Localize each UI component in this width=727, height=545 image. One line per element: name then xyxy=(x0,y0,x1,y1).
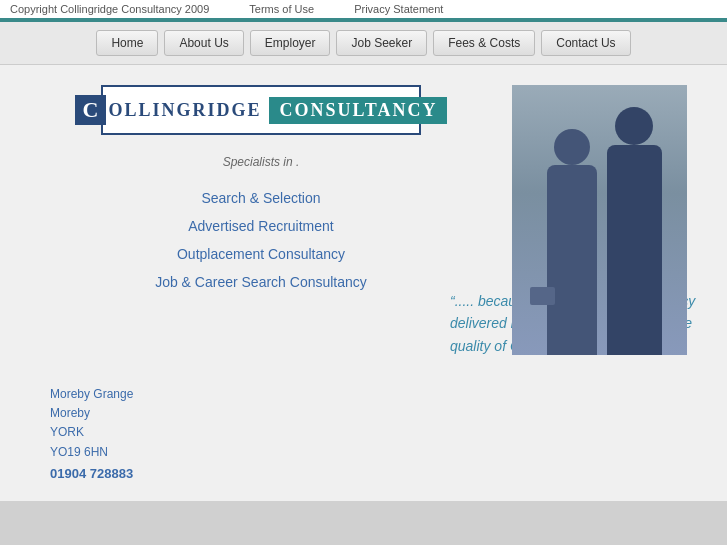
nav-job-seeker[interactable]: Job Seeker xyxy=(336,30,427,56)
service-advertised-recruitment[interactable]: Advertised Recruitment xyxy=(188,218,334,234)
terms-link[interactable]: Terms of Use xyxy=(249,3,314,15)
nav-home[interactable]: Home xyxy=(96,30,158,56)
company-logo: C OLLINGRIDGE CONSULTANCY xyxy=(101,85,421,135)
logo-consultancy-text: CONSULTANCY xyxy=(269,97,447,124)
logo-collingridge-text: OLLINGRIDGE xyxy=(108,100,261,121)
address-line1: Moreby xyxy=(50,404,230,423)
address-phone: 01904 728883 xyxy=(50,466,230,481)
service-job-career[interactable]: Job & Career Search Consultancy xyxy=(155,274,367,290)
top-legal-bar: Copyright Collingridge Consultancy 2009 … xyxy=(0,0,727,18)
logo-c-letter: C xyxy=(75,95,107,125)
address-postcode: YO19 6HN xyxy=(50,443,230,462)
bottom-content-area: Moreby Grange Moreby YORK YO19 6HN 01904… xyxy=(0,365,727,501)
top-content-area: C OLLINGRIDGE CONSULTANCY Specialists in… xyxy=(0,65,727,365)
service-search-selection[interactable]: Search & Selection xyxy=(201,190,320,206)
nav-about-us[interactable]: About Us xyxy=(164,30,243,56)
privacy-link[interactable]: Privacy Statement xyxy=(354,3,443,15)
silhouette-image xyxy=(512,85,687,355)
navigation-bar: Home About Us Employer Job Seeker Fees &… xyxy=(0,22,727,65)
specialists-tagline: Specialists in . xyxy=(223,155,300,169)
left-panel: C OLLINGRIDGE CONSULTANCY Specialists in… xyxy=(30,85,492,355)
nav-fees-costs[interactable]: Fees & Costs xyxy=(433,30,535,56)
briefcase-icon xyxy=(530,287,555,305)
figure-right-head xyxy=(615,107,653,145)
figure-left-body xyxy=(547,165,597,355)
address-city: YORK xyxy=(50,423,230,442)
main-content-wrapper: C OLLINGRIDGE CONSULTANCY Specialists in… xyxy=(0,65,727,501)
figure-left-head xyxy=(554,129,590,165)
nav-employer[interactable]: Employer xyxy=(250,30,331,56)
copyright-text: Copyright Collingridge Consultancy 2009 xyxy=(10,3,209,15)
address-section: Moreby Grange Moreby YORK YO19 6HN 01904… xyxy=(50,385,230,481)
service-outplacement[interactable]: Outplacement Consultancy xyxy=(177,246,345,262)
address-company: Moreby Grange xyxy=(50,385,230,404)
nav-contact-us[interactable]: Contact Us xyxy=(541,30,630,56)
figure-right-body xyxy=(607,145,662,355)
quote-area: “..... because the quality of Consultanc… xyxy=(250,365,697,481)
right-image-panel xyxy=(512,85,697,355)
